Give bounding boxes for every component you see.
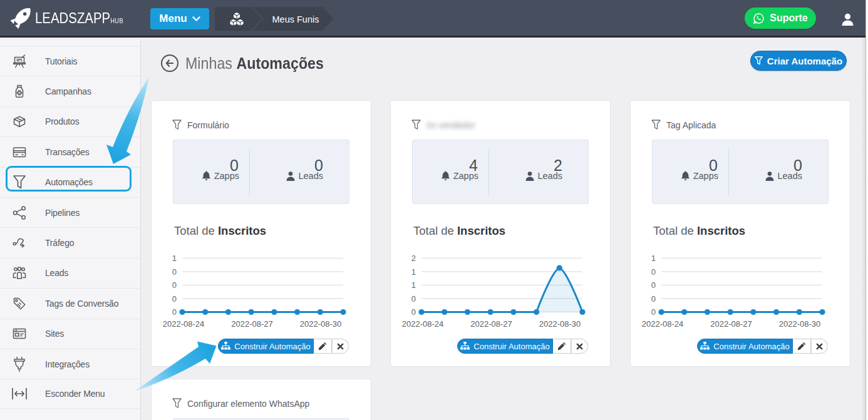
svg-text:0: 0: [651, 267, 656, 277]
svg-text:0: 0: [651, 280, 656, 290]
svg-text:0: 0: [651, 307, 656, 317]
svg-text:0: 0: [172, 267, 177, 277]
svg-text:1: 1: [411, 267, 416, 277]
svg-text:0: 0: [411, 294, 416, 304]
svg-text:2022-08-30: 2022-08-30: [779, 319, 821, 329]
svg-text:2022-08-24: 2022-08-24: [402, 319, 444, 329]
svg-text:2: 2: [411, 254, 416, 263]
svg-text:1: 1: [411, 280, 416, 290]
svg-text:0: 0: [172, 280, 177, 290]
svg-text:2022-08-24: 2022-08-24: [163, 319, 205, 329]
svg-text:0: 0: [172, 294, 177, 304]
svg-text:0: 0: [411, 307, 416, 317]
svg-text:2022-08-30: 2022-08-30: [300, 319, 342, 329]
svg-text:1: 1: [172, 254, 177, 263]
svg-text:1: 1: [651, 254, 656, 263]
svg-text:2022-08-24: 2022-08-24: [642, 319, 684, 329]
svg-text:Meus Funis: Meus Funis: [272, 14, 319, 24]
svg-text:0: 0: [172, 307, 177, 317]
svg-text:2022-08-27: 2022-08-27: [231, 319, 273, 329]
svg-text:2022-08-27: 2022-08-27: [470, 319, 512, 329]
svg-text:2022-08-30: 2022-08-30: [539, 319, 581, 329]
svg-text:2022-08-27: 2022-08-27: [710, 319, 752, 329]
svg-text:0: 0: [651, 294, 656, 304]
